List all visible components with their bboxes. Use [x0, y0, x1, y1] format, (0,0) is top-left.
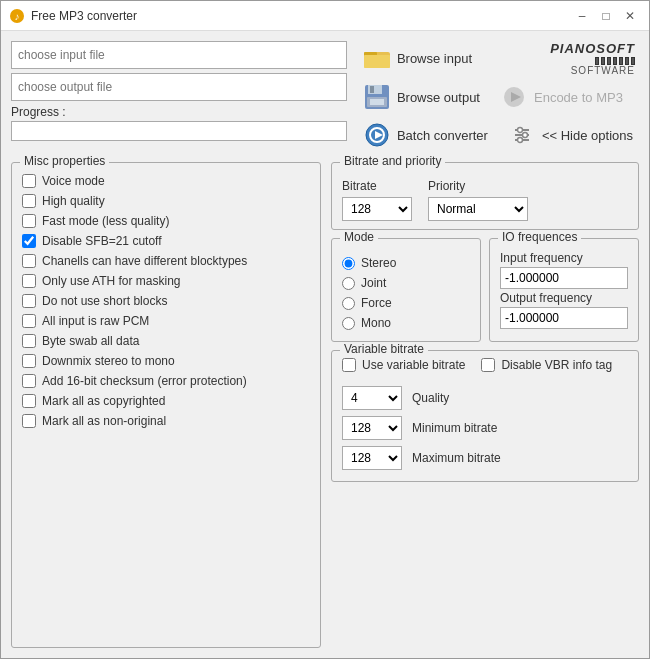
max-bitrate-label: Maximum bitrate — [412, 451, 501, 465]
mode-radio-row: Mono — [342, 313, 470, 333]
browse-output-label: Browse output — [397, 90, 480, 105]
priority-select[interactable]: NormalLowHigh — [428, 197, 528, 221]
min-bitrate-label: Minimum bitrate — [412, 421, 497, 435]
checkbox-row: Disable SFB=21 cutoff — [22, 231, 310, 251]
encode-button[interactable]: Encode to MP3 — [494, 80, 629, 114]
svg-rect-7 — [370, 86, 374, 93]
input-file-field[interactable] — [11, 41, 347, 69]
main-content: Progress : Browse input — [1, 31, 649, 658]
output-freq-field[interactable] — [500, 307, 628, 329]
main-window: ♪ Free MP3 converter – □ ✕ Progress : — [0, 0, 650, 659]
piano-key — [631, 57, 635, 65]
misc-checkbox-2[interactable] — [22, 214, 36, 228]
max-bitrate-row: 1286496160192256 Maximum bitrate — [342, 443, 628, 473]
mode-label-force: Force — [361, 296, 392, 310]
folder-icon — [363, 45, 391, 73]
use-vbr-label: Use variable bitrate — [362, 358, 465, 372]
minimize-button[interactable]: – — [571, 5, 593, 27]
checkbox-row: Byte swab all data — [22, 331, 310, 351]
mode-radio-row: Stereo — [342, 253, 470, 273]
quality-label: Quality — [412, 391, 449, 405]
mode-io-row: Mode StereoJointForceMono IO frequences … — [331, 238, 639, 342]
misc-checkbox-11[interactable] — [22, 394, 36, 408]
mode-radio-stereo[interactable] — [342, 257, 355, 270]
mode-radio-joint[interactable] — [342, 277, 355, 290]
svg-rect-9 — [370, 99, 384, 105]
misc-checkbox-9[interactable] — [22, 354, 36, 368]
floppy-icon — [363, 83, 391, 111]
batch-icon — [363, 121, 391, 149]
close-button[interactable]: ✕ — [619, 5, 641, 27]
vbr-group: Variable bitrate Use variable bitrate Di… — [331, 350, 639, 482]
svg-text:♪: ♪ — [15, 11, 20, 22]
browse-output-button[interactable]: Browse output — [357, 80, 486, 114]
disable-vbr-row: Disable VBR info tag — [481, 355, 612, 375]
misc-checkbox-8[interactable] — [22, 334, 36, 348]
disable-vbr-label: Disable VBR info tag — [501, 358, 612, 372]
action-buttons: Browse input PIANOSOFT — [357, 41, 639, 152]
bitrate-select[interactable]: 1286496160192256320 — [342, 197, 412, 221]
io-freq-title: IO frequences — [498, 230, 581, 244]
svg-point-18 — [517, 128, 522, 133]
checkbox-row: Mark all as copyrighted — [22, 391, 310, 411]
piano-keys-row — [595, 57, 635, 65]
bitrate-group: Bitrate and priority Bitrate 12864961601… — [331, 162, 639, 230]
misc-checkbox-label-4: Chanells can have different blocktypes — [42, 254, 247, 268]
piano-key — [595, 57, 599, 65]
bitrate-title: Bitrate and priority — [340, 154, 445, 168]
misc-checkbox-0[interactable] — [22, 174, 36, 188]
misc-checkbox-7[interactable] — [22, 314, 36, 328]
output-file-field[interactable] — [11, 73, 347, 101]
checkbox-row: Do not use short blocks — [22, 291, 310, 311]
hide-options-button[interactable]: << Hide options — [502, 118, 639, 152]
checkboxes-list: Voice modeHigh qualityFast mode (less qu… — [22, 171, 310, 431]
mode-radio-mono[interactable] — [342, 317, 355, 330]
misc-checkbox-4[interactable] — [22, 254, 36, 268]
max-bitrate-select[interactable]: 1286496160192256 — [342, 446, 402, 470]
checkbox-row: Mark all as non-original — [22, 411, 310, 431]
checkbox-row: All input is raw PCM — [22, 311, 310, 331]
misc-checkbox-10[interactable] — [22, 374, 36, 388]
checkbox-row: Fast mode (less quality) — [22, 211, 310, 231]
min-bitrate-select[interactable]: 1286496160192256 — [342, 416, 402, 440]
misc-checkbox-label-3: Disable SFB=21 cutoff — [42, 234, 162, 248]
priority-label: Priority — [428, 179, 528, 193]
checkbox-row: Chanells can have different blocktypes — [22, 251, 310, 271]
browse-input-button[interactable]: Browse input — [357, 42, 478, 76]
maximize-button[interactable]: □ — [595, 5, 617, 27]
quality-row: 412356789 Quality — [342, 383, 628, 413]
misc-checkbox-1[interactable] — [22, 194, 36, 208]
batch-converter-button[interactable]: Batch converter — [357, 118, 494, 152]
misc-checkbox-3[interactable] — [22, 234, 36, 248]
software-label: SOFTWARE — [571, 65, 635, 76]
input-freq-label: Input frequency — [500, 251, 628, 265]
bitrate-label: Bitrate — [342, 179, 412, 193]
quality-select[interactable]: 412356789 — [342, 386, 402, 410]
misc-checkbox-label-6: Do not use short blocks — [42, 294, 167, 308]
misc-checkbox-6[interactable] — [22, 294, 36, 308]
app-icon: ♪ — [9, 8, 25, 24]
misc-checkbox-12[interactable] — [22, 414, 36, 428]
piano-key — [619, 57, 623, 65]
pianosoft-name: PIANOSOFT — [550, 41, 635, 56]
misc-properties-group: Misc properties Voice modeHigh qualityFa… — [11, 162, 321, 648]
mode-label-mono: Mono — [361, 316, 391, 330]
batch-label: Batch converter — [397, 128, 488, 143]
mode-radio-row: Force — [342, 293, 470, 313]
misc-checkbox-label-0: Voice mode — [42, 174, 105, 188]
piano-key — [613, 57, 617, 65]
svg-point-19 — [522, 133, 527, 138]
misc-checkbox-5[interactable] — [22, 274, 36, 288]
misc-checkbox-label-12: Mark all as non-original — [42, 414, 166, 428]
title-bar: ♪ Free MP3 converter – □ ✕ — [1, 1, 649, 31]
use-vbr-checkbox[interactable] — [342, 358, 356, 372]
right-panels: Bitrate and priority Bitrate 12864961601… — [331, 162, 639, 648]
disable-vbr-checkbox[interactable] — [481, 358, 495, 372]
io-freq-group: IO frequences Input frequency Output fre… — [489, 238, 639, 342]
hide-options-label: << Hide options — [542, 128, 633, 143]
use-vbr-row: Use variable bitrate — [342, 355, 465, 375]
input-freq-field[interactable] — [500, 267, 628, 289]
mode-radio-force[interactable] — [342, 297, 355, 310]
progress-bar — [11, 121, 347, 141]
misc-props-title: Misc properties — [20, 154, 109, 168]
